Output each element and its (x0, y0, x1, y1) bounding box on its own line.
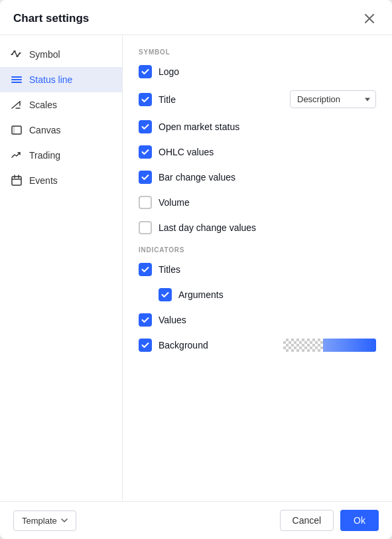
check-icon (161, 291, 169, 299)
svg-rect-11 (11, 82, 22, 83)
indicator-arguments-row: Arguments (159, 288, 376, 301)
check-icon (141, 266, 149, 273)
check-icon (141, 148, 149, 156)
sidebar-item-status-line[interactable]: Status line (0, 67, 122, 92)
close-button[interactable] (360, 12, 379, 25)
title-dropdown-wrapper: Description Symbol Exchange Short name (290, 90, 376, 108)
indicator-background-label: Background (159, 340, 277, 350)
sidebar-item-events[interactable]: Events (0, 168, 122, 193)
last-day-change-row: Last day change values (139, 221, 376, 234)
check-icon (141, 96, 149, 104)
canvas-icon (11, 124, 23, 136)
check-icon (141, 173, 149, 181)
open-market-status-row: Open market status (139, 120, 376, 133)
svg-line-3 (15, 51, 17, 56)
check-icon (141, 123, 149, 131)
symbol-icon (11, 48, 23, 60)
sidebar-item-symbol[interactable]: Symbol (0, 42, 122, 67)
svg-rect-10 (11, 79, 22, 80)
ohlc-values-checkbox[interactable] (139, 145, 152, 159)
sidebar-item-canvas-label: Canvas (29, 125, 60, 135)
sidebar-item-trading-label: Trading (29, 150, 60, 161)
last-day-change-label: Last day change values (159, 222, 376, 233)
chevron-down-icon (61, 517, 68, 524)
indicator-arguments-checkbox[interactable] (159, 288, 172, 301)
svg-rect-9 (11, 76, 22, 78)
svg-rect-13 (12, 126, 21, 134)
indicator-background-row: Background (139, 339, 376, 352)
bar-change-values-label: Bar change values (159, 172, 376, 183)
indicator-background-checkbox[interactable] (139, 339, 152, 352)
title-row: Title Description Symbol Exchange Short … (139, 90, 376, 108)
indicator-titles-checkbox[interactable] (139, 263, 152, 276)
footer-actions: Cancel Ok (280, 510, 379, 531)
bar-change-values-row: Bar change values (139, 171, 376, 184)
chart-settings-dialog: Chart settings (0, 0, 392, 539)
background-color-preview[interactable] (283, 339, 376, 352)
open-market-status-checkbox[interactable] (139, 120, 152, 133)
cancel-button[interactable]: Cancel (280, 510, 334, 531)
sidebar-item-trading[interactable]: Trading (0, 143, 122, 168)
sidebar-item-canvas[interactable]: Canvas (0, 117, 122, 143)
main-content: SYMBOL Logo Title Description Symbol (123, 35, 392, 501)
title-dropdown[interactable]: Description Symbol Exchange Short name (290, 90, 376, 108)
dialog-body: Symbol Status line (0, 35, 392, 501)
logo-checkbox[interactable] (139, 65, 152, 78)
sidebar-item-scales[interactable]: Scales (0, 92, 122, 117)
logo-label: Logo (159, 66, 376, 77)
logo-row: Logo (139, 65, 376, 78)
dialog-header: Chart settings (0, 0, 392, 35)
indicator-titles-row: Titles (139, 263, 376, 276)
sidebar: Symbol Status line (0, 35, 123, 501)
indicator-values-label: Values (159, 315, 376, 325)
template-label: Template (22, 516, 57, 526)
sidebar-item-status-line-label: Status line (29, 74, 72, 85)
symbol-section-label: SYMBOL (139, 48, 376, 56)
close-icon (364, 13, 375, 24)
check-icon (141, 316, 149, 324)
events-icon (11, 175, 23, 187)
title-label: Title (159, 94, 283, 105)
status-line-icon (11, 74, 23, 86)
template-button[interactable]: Template (13, 510, 76, 531)
volume-label: Volume (159, 197, 376, 208)
sidebar-item-events-label: Events (29, 175, 58, 186)
bar-change-values-checkbox[interactable] (139, 171, 152, 184)
volume-row: Volume (139, 196, 376, 209)
check-icon (141, 68, 149, 76)
indicator-values-checkbox[interactable] (139, 313, 152, 327)
indicator-values-row: Values (139, 313, 376, 327)
svg-line-12 (12, 102, 20, 108)
indicators-section: INDICATORS Titles Arguments (139, 246, 376, 352)
sidebar-item-scales-label: Scales (29, 100, 57, 110)
last-day-change-checkbox[interactable] (139, 221, 152, 234)
scales-icon (11, 99, 23, 111)
check-icon (141, 341, 149, 349)
svg-rect-15 (12, 177, 21, 185)
indicator-arguments-label: Arguments (178, 289, 376, 300)
ohlc-values-label: OHLC values (159, 147, 376, 157)
indicators-section-label: INDICATORS (139, 246, 376, 254)
ok-button[interactable]: Ok (340, 510, 379, 531)
dialog-footer: Template Cancel Ok (0, 501, 392, 539)
ohlc-values-row: OHLC values (139, 145, 376, 159)
dialog-title: Chart settings (13, 12, 89, 25)
indicator-titles-label: Titles (159, 264, 376, 275)
title-checkbox[interactable] (139, 93, 152, 106)
open-market-status-label: Open market status (159, 121, 376, 132)
trading-icon (11, 149, 23, 161)
sidebar-item-symbol-label: Symbol (29, 49, 60, 60)
volume-checkbox[interactable] (139, 196, 152, 209)
